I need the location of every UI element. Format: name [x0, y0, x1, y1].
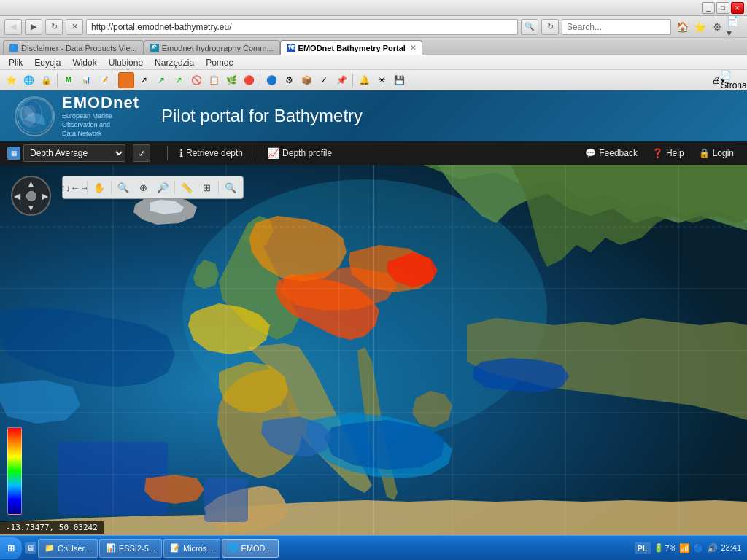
- logo-svg: [17, 98, 53, 134]
- app-header: EMODnet European Marine Observation and …: [0, 90, 747, 141]
- taskbar-app-icon-4: 🌐: [228, 543, 239, 553]
- close-button[interactable]: ✕: [731, 2, 744, 14]
- tb-lock-icon[interactable]: 🔒: [38, 72, 54, 88]
- tb-btn4[interactable]: ↗: [136, 72, 152, 88]
- nav-down[interactable]: ▼: [27, 203, 36, 213]
- menu-widok[interactable]: Widok: [66, 56, 102, 69]
- address-bar: ◀ ▶ ↻ ✕ 🔍 ↻ 🏠 ⭐ ⚙ 📄▾: [0, 16, 747, 38]
- back-button[interactable]: ◀: [4, 19, 22, 35]
- logo-text: EMODnet European Marine Observation and …: [62, 93, 139, 138]
- search-button[interactable]: 🔍: [521, 19, 538, 35]
- login-button[interactable]: 🔒 Login: [693, 145, 740, 161]
- tb-btn1[interactable]: M: [61, 72, 77, 88]
- start-button[interactable]: ⊞: [0, 537, 22, 559]
- minimize-button[interactable]: _: [702, 2, 715, 14]
- info-icon: ℹ: [179, 147, 183, 159]
- depth-profile-label: Depth profile: [282, 148, 332, 158]
- tab-label-2: Emodnet hydrography Comm...: [162, 44, 274, 52]
- layer-icon: ▦: [7, 147, 20, 160]
- page-icon[interactable]: 📄▾: [727, 19, 743, 35]
- coordinates-display: -13.73477, 50.03242: [0, 521, 104, 534]
- refresh-button[interactable]: ↻: [45, 19, 63, 35]
- tb-btn9[interactable]: ⚙: [281, 72, 297, 88]
- map-container[interactable]: ▲ ▼ ◀ ▶ ↑↓←→ ✋ 🔍 ⊕ 🔎 📏 ⊞ 🔍 -13.73477, 50…: [0, 165, 747, 537]
- settings-icon[interactable]: ⚙: [709, 19, 725, 35]
- home-icon[interactable]: 🏠: [674, 19, 690, 35]
- stop-button[interactable]: ✕: [66, 19, 83, 35]
- taskbar-app-4[interactable]: 🌐 EMOD...: [222, 539, 279, 558]
- expand-button[interactable]: ⤢: [133, 144, 150, 162]
- tb-sep-4: [352, 74, 353, 87]
- favorites-icon[interactable]: ⭐: [692, 19, 708, 35]
- taskbar-app-1[interactable]: 📁 C:\User...: [38, 539, 98, 558]
- zoom-out-tool[interactable]: 🔎: [153, 178, 172, 197]
- menu-ulubione[interactable]: Ulubione: [103, 56, 149, 69]
- tool-sep-2: [111, 181, 112, 194]
- tb-btn8[interactable]: 🔵: [263, 72, 279, 88]
- tb-btn2[interactable]: 📊: [78, 72, 94, 88]
- menu-plik[interactable]: Plik: [3, 56, 28, 69]
- tab-close-3[interactable]: ✕: [410, 44, 416, 52]
- info-query-tool[interactable]: 🔍: [221, 178, 240, 197]
- tb-orange-icon[interactable]: [118, 72, 134, 88]
- help-button[interactable]: ❓ Help: [646, 145, 690, 161]
- tb-btn13[interactable]: 🔔: [356, 72, 372, 88]
- tb-btn10[interactable]: 📦: [298, 72, 314, 88]
- ie-toolbar: ⭐ 🌐 🔒 M 📊 📝 ↗ ↗ ↗ 🚫 📋 🌿 🔴 🔵 ⚙ 📦 ✓ 📌 🔔 ☀ …: [0, 70, 747, 90]
- zoom-in-tool[interactable]: 🔍: [114, 178, 133, 197]
- taskbar-app-icon-1: 📁: [44, 543, 55, 553]
- tb-btn11[interactable]: ✓: [316, 72, 332, 88]
- taskbar-show-desktop[interactable]: 🖥: [25, 542, 36, 554]
- tb-btn3[interactable]: 📝: [96, 72, 112, 88]
- language-indicator: PL: [635, 542, 651, 554]
- feedback-button[interactable]: 💬 Feedback: [579, 145, 643, 161]
- tb-red-icon[interactable]: 🚫: [188, 72, 204, 88]
- browser-titlebar: _ □ ✕: [0, 0, 747, 16]
- feedback-label: Feedback: [599, 148, 638, 158]
- menu-pomoc[interactable]: Pomoc: [200, 56, 239, 69]
- nav-center[interactable]: [26, 191, 36, 201]
- measure-tool[interactable]: 📏: [177, 178, 196, 197]
- depth-profile-action[interactable]: 📈 Depth profile: [261, 144, 338, 162]
- hand-tool[interactable]: ✋: [90, 178, 109, 197]
- forward-button[interactable]: ▶: [25, 19, 42, 35]
- search-input[interactable]: [562, 19, 671, 35]
- grid-tool[interactable]: ⊞: [197, 178, 216, 197]
- logo-sub: European Marine Observation and Data Net…: [62, 112, 139, 138]
- tb-green-arrow1[interactable]: ↗: [153, 72, 169, 88]
- menu-edycja[interactable]: Edycja: [28, 56, 66, 69]
- pan-tool[interactable]: ↑↓←→: [66, 178, 85, 197]
- color-legend: [7, 427, 22, 515]
- menu-narzedzia[interactable]: Narzędzia: [149, 56, 200, 69]
- tab-3[interactable]: 🗺 EMODnet Bathymetry Portal ✕: [280, 40, 422, 55]
- layer-select[interactable]: Depth Average: [23, 144, 125, 162]
- retrieve-depth-action[interactable]: ℹ Retrieve depth: [174, 144, 249, 162]
- tb-btn6[interactable]: 🌿: [223, 72, 239, 88]
- nav-up[interactable]: ▲: [27, 179, 36, 189]
- tab-label-1: Disclaimer - Data Products Vie...: [21, 44, 137, 52]
- tb-btn12[interactable]: 📌: [333, 72, 349, 88]
- taskbar-apps: 🖥 📁 C:\User... 📊 ESSI2-5... 📝 Micros... …: [22, 539, 629, 558]
- map-tools-panel: ↑↓←→ ✋ 🔍 ⊕ 🔎 📏 ⊞ 🔍: [62, 176, 244, 199]
- maximize-button[interactable]: □: [716, 2, 729, 14]
- tb-btn7[interactable]: 🔴: [241, 72, 257, 88]
- tb-star-icon[interactable]: ⭐: [3, 72, 19, 88]
- window-controls: _ □ ✕: [702, 2, 744, 14]
- tab-2[interactable]: 🌊 Emodnet hydrography Comm...: [144, 40, 280, 55]
- tb-globe-icon[interactable]: 🌐: [20, 72, 36, 88]
- navigation-controls: ▲ ▼ ◀ ▶: [11, 176, 51, 216]
- taskbar-app-2[interactable]: 📊 ESSI2-5...: [99, 539, 162, 558]
- nav-left[interactable]: ◀: [14, 191, 20, 201]
- tb-sep-1: [57, 74, 58, 87]
- url-input[interactable]: [86, 19, 518, 35]
- refresh-btn2[interactable]: ↻: [541, 19, 559, 35]
- tab-1[interactable]: 🔷 Disclaimer - Data Products Vie...: [3, 40, 144, 55]
- tb-btn14[interactable]: ☀: [374, 72, 390, 88]
- nav-right[interactable]: ▶: [42, 191, 48, 201]
- tb-page-dropdown[interactable]: 📄 Strona▾: [728, 72, 744, 88]
- taskbar-app-3[interactable]: 📝 Micros...: [163, 539, 220, 558]
- tb-btn5[interactable]: 📋: [206, 72, 222, 88]
- tb-btn15[interactable]: 💾: [391, 72, 407, 88]
- zoom-box-tool[interactable]: ⊕: [133, 178, 152, 197]
- tb-green-arrow2[interactable]: ↗: [171, 72, 187, 88]
